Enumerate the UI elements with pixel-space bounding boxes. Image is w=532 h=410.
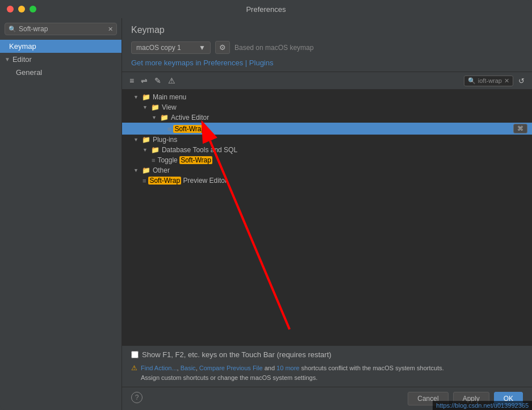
close-button[interactable] [7, 6, 14, 12]
chevron-icon: ▼ [143, 147, 148, 153]
help-button[interactable]: ? [131, 392, 143, 403]
filter-search-box[interactable]: 🔍 ioft-wrap ✕ [464, 76, 513, 86]
folder-icon: 📁 [160, 114, 169, 122]
tree-item-active-editor[interactable]: ▼ 📁 Active Editor [122, 112, 532, 123]
warning-text: Find Action..., Basic, Compare Previous … [141, 363, 444, 382]
tree-item-label: Database Tools and SQL [162, 146, 237, 154]
sidebar-item-keymap[interactable]: Keymap [0, 40, 122, 53]
toolbar-right: 🔍 ioft-wrap ✕ ↺ [464, 75, 527, 87]
action-icon: ≡ [167, 125, 171, 132]
tree-item-other[interactable]: ▼ 📁 Other [122, 165, 532, 175]
tree-item-label: Active Editor [171, 114, 209, 122]
search-icon: 🔍 [468, 77, 476, 85]
folder-icon: 📁 [142, 166, 150, 174]
tree-item-label: Plug-ins [153, 136, 177, 144]
chevron-icon: ▼ [133, 168, 139, 173]
basic-link[interactable]: Basic [181, 365, 196, 371]
tree-item-label: Main menu [153, 93, 186, 101]
chevron-icon: ▼ [5, 56, 10, 62]
filter-value: ioft-wrap [478, 77, 502, 84]
more-link[interactable]: 10 more [277, 365, 299, 371]
sidebar-item-general[interactable]: General [0, 66, 122, 79]
tree-item-label: Soft-Wrap [173, 125, 206, 133]
search-icon: 🔍 [9, 26, 16, 33]
highlight-soft-wrap: Soft-Wrap [173, 125, 206, 133]
sidebar-item-label: Keymap [9, 42, 36, 51]
highlight-soft-wrap: Soft-Wrap [179, 156, 212, 164]
compare-previous-file-link[interactable]: Compare Previous File [199, 365, 263, 371]
tree-item-label: Other [153, 166, 170, 174]
find-action-link[interactable]: Find Action... [141, 365, 177, 371]
warning-text-2: Assign custom shortcuts or change the ma… [141, 374, 317, 381]
action-icon: ≡ [143, 177, 146, 184]
sidebar-item-editor[interactable]: ▼ Editor [0, 53, 122, 66]
keymap-select[interactable]: macOS copy 1 ▼ [131, 41, 211, 54]
edit-button[interactable]: ✎ [152, 74, 164, 87]
warning-row: ⚠ Find Action..., Basic, Compare Previou… [131, 363, 523, 382]
collapse-all-button[interactable]: ⇌ [138, 74, 150, 87]
warning-button[interactable]: ⚠ [165, 74, 178, 87]
tree-item-label: Toggle Soft-Wrap [157, 156, 212, 164]
toolbar-left: ≡ ⇌ ✎ ⚠ [127, 74, 178, 87]
sidebar: 🔍 ✕ Keymap ▼ Editor General [0, 18, 122, 410]
gear-button[interactable]: ⚙ [215, 41, 230, 54]
tree-item-label: Soft-Wrap Preview Editor [148, 177, 227, 185]
sidebar-search-box[interactable]: 🔍 ✕ [5, 23, 117, 35]
tree-item-soft-wrap-preview[interactable]: ≡ Soft-Wrap Preview Editor [122, 175, 532, 186]
warning-icon: ⚠ [131, 364, 137, 372]
panel-header: Keymap macOS copy 1 ▼ ⚙ Based on macOS k… [122, 18, 532, 72]
folder-icon: 📁 [142, 136, 150, 144]
url-bar: https://blog.csdn.net/u013992365 [433, 401, 532, 410]
action-icon: ≡ [152, 157, 155, 164]
toolbar: ≡ ⇌ ✎ ⚠ 🔍 ioft-wrap ✕ ↺ [122, 72, 532, 90]
title-bar: Preferences [0, 0, 532, 18]
clear-search-button[interactable]: ✕ [108, 26, 113, 33]
chevron-icon: ▼ [133, 94, 139, 100]
minimize-button[interactable] [18, 6, 25, 12]
tree-area: ▼ 📁 Main menu ▼ 📁 View ▼ 📁 Active [122, 90, 532, 345]
expand-all-button[interactable]: ≡ [127, 74, 137, 87]
main-panel: Keymap macOS copy 1 ▼ ⚙ Based on macOS k… [122, 18, 532, 410]
based-on-text: Based on macOS keymap [234, 44, 313, 52]
reset-button[interactable]: ↺ [516, 75, 527, 87]
touch-bar-checkbox[interactable] [131, 351, 139, 358]
panel-title: Keymap [131, 25, 523, 35]
filter-clear-button[interactable]: ✕ [504, 77, 509, 85]
sidebar-item-label: General [16, 68, 42, 77]
tree-item-toggle-soft-wrap[interactable]: ≡ Toggle Soft-Wrap [122, 155, 532, 165]
window-controls [7, 6, 36, 12]
get-more-link[interactable]: Get more keymaps in Preferences | Plugin… [131, 58, 274, 67]
tree-item-db-tools[interactable]: ▼ 📁 Database Tools and SQL [122, 145, 532, 155]
keymap-value: macOS copy 1 [136, 44, 181, 52]
tree-item-view[interactable]: ▼ 📁 View [122, 102, 532, 112]
touch-bar-checkbox-row: Show F1, F2, etc. keys on the Touch Bar … [131, 350, 523, 359]
sidebar-item-label: Editor [12, 55, 32, 64]
folder-icon: 📁 [151, 146, 160, 154]
folder-icon: 📁 [151, 103, 160, 111]
maximize-button[interactable] [30, 6, 36, 12]
chevron-icon: ▼ [152, 115, 157, 120]
chevron-icon: ▼ [133, 137, 139, 143]
tree-item-label: View [162, 103, 177, 111]
chevron-down-icon: ▼ [199, 44, 206, 52]
folder-icon: 📁 [142, 93, 150, 101]
bottom-area: Show F1, F2, etc. keys on the Touch Bar … [122, 345, 532, 387]
tree-item-soft-wrap-1[interactable]: ≡ Soft-Wrap ⌘ [122, 123, 532, 135]
get-more-link-row: Get more keymaps in Preferences | Plugin… [131, 58, 523, 67]
highlight-soft-wrap: Soft-Wrap [148, 177, 181, 185]
tree-item-plug-ins[interactable]: ▼ 📁 Plug-ins [122, 135, 532, 145]
tree-item-main-menu[interactable]: ▼ 📁 Main menu [122, 92, 532, 102]
chevron-icon: ▼ [143, 104, 148, 110]
window-title: Preferences [246, 5, 286, 14]
shortcut-badge: ⌘ [513, 124, 527, 133]
keymap-row: macOS copy 1 ▼ ⚙ Based on macOS keymap [131, 41, 523, 54]
touch-bar-label: Show F1, F2, etc. keys on the Touch Bar … [142, 350, 332, 359]
sidebar-search-input[interactable] [19, 25, 106, 33]
